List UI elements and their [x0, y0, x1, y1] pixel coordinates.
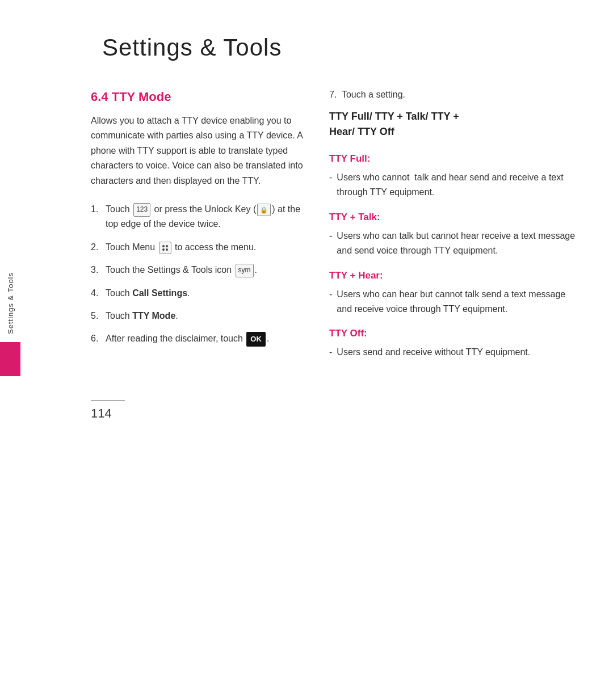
step-1: 1. Touch 123 or press the Unlock Key (🔒)… — [91, 202, 306, 232]
step-6-content: After reading the disclaimer, touch OK. — [106, 331, 306, 346]
options-bold-text: TTY Full/ TTY + Talk/ TTY +Hear/ TTY Off — [329, 109, 579, 140]
icon-123: 123 — [133, 203, 150, 217]
step-6: 6. After reading the disclaimer, touch O… — [91, 331, 306, 346]
step-3: 3. Touch the Settings & Tools icon sym. — [91, 263, 306, 277]
tty-off-bullet: - Users send and receive without TTY equ… — [329, 345, 579, 360]
step-4-number: 4. — [91, 286, 102, 301]
right-column: 7. Touch a setting. TTY Full/ TTY + Talk… — [329, 90, 579, 372]
step-3-content: Touch the Settings & Tools icon sym. — [106, 263, 306, 277]
page-number-area: 114 — [34, 400, 590, 421]
bullet-dash-4: - — [329, 345, 332, 360]
bullet-dash: - — [329, 170, 332, 200]
bullet-dash-2: - — [329, 229, 332, 259]
side-tab-bar — [0, 342, 20, 376]
tty-off-text: Users send and receive without TTY equip… — [337, 345, 530, 360]
tty-off-section: TTY Off: - Users send and receive withou… — [329, 328, 579, 360]
step-5-content: Touch TTY Mode. — [106, 309, 306, 323]
page: Settings & Tools Settings & Tools 6.4 TT… — [0, 0, 613, 700]
tty-hear-text: Users who can hear but cannot talk send … — [337, 287, 579, 317]
step-7-text: 7. Touch a setting. — [329, 90, 579, 100]
tty-full-section: TTY Full: - Users who cannot talk and he… — [329, 153, 579, 200]
step-7-label: Touch a setting. — [342, 90, 405, 99]
left-column: 6.4 TTY Mode Allows you to attach a TTY … — [91, 90, 306, 372]
step-2-content: Touch Menu to access the menu. — [106, 240, 306, 255]
icon-menu — [159, 242, 171, 254]
tty-hear-heading: TTY + Hear: — [329, 270, 579, 281]
intro-text: Allows you to attach a TTY device enabli… — [91, 113, 306, 188]
step-1-number: 1. — [91, 202, 102, 217]
two-column-layout: 6.4 TTY Mode Allows you to attach a TTY … — [34, 90, 590, 372]
step-1-content: Touch 123 or press the Unlock Key (🔒) at… — [106, 202, 306, 232]
tty-talk-heading: TTY + Talk: — [329, 212, 579, 223]
tty-full-heading: TTY Full: — [329, 153, 579, 165]
page-title: Settings & Tools — [34, 34, 590, 61]
icon-sym: sym — [236, 264, 254, 277]
call-settings-bold: Call Settings — [132, 288, 187, 298]
step-4-content: Touch Call Settings. — [106, 286, 306, 301]
tty-hear-section: TTY + Hear: - Users who can hear but can… — [329, 270, 579, 317]
tty-off-heading: TTY Off: — [329, 328, 579, 339]
tty-hear-bullet: - Users who can hear but cannot talk sen… — [329, 287, 579, 317]
step-7-number: 7. — [329, 90, 337, 99]
side-tab-text: Settings & Tools — [6, 272, 15, 334]
step-5-number: 5. — [91, 309, 102, 323]
tty-talk-text: Users who can talk but cannot hear recei… — [337, 229, 579, 259]
tty-talk-section: TTY + Talk: - Users who can talk but can… — [329, 212, 579, 259]
bullet-dash-3: - — [329, 287, 332, 317]
side-tab: Settings & Tools — [0, 272, 20, 397]
icon-ok: OK — [246, 332, 266, 346]
step-2: 2. Touch Menu to access the menu. — [91, 240, 306, 255]
page-number: 114 — [91, 406, 112, 420]
tty-full-text: Users who cannot talk and hear send and … — [337, 170, 579, 200]
tty-mode-bold: TTY Mode — [132, 311, 175, 321]
section-heading: 6.4 TTY Mode — [91, 90, 306, 104]
tty-talk-bullet: - Users who can talk but cannot hear rec… — [329, 229, 579, 259]
main-content: Settings & Tools 6.4 TTY Mode Allows you… — [34, 34, 590, 421]
page-divider — [91, 400, 125, 401]
step-2-number: 2. — [91, 240, 102, 255]
step-6-number: 6. — [91, 331, 102, 346]
steps-list: 1. Touch 123 or press the Unlock Key (🔒)… — [91, 202, 306, 347]
step-4: 4. Touch Call Settings. — [91, 286, 306, 301]
step-3-number: 3. — [91, 263, 102, 277]
icon-unlock: 🔒 — [257, 204, 271, 216]
tty-full-bullet: - Users who cannot talk and hear send an… — [329, 170, 579, 200]
step-5: 5. Touch TTY Mode. — [91, 309, 306, 323]
